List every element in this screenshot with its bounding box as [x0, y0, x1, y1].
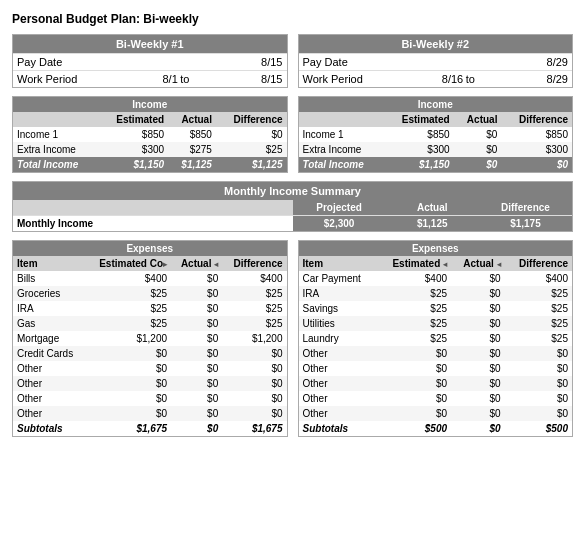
income2-row1-diff: $850 — [501, 127, 572, 142]
income-panels: Income Estimated Actual Difference Incom… — [12, 96, 573, 173]
exp1-other4-diff: $0 — [222, 406, 286, 421]
income1-total-label: Total Income — [13, 157, 99, 172]
exp1-groceries-item: Groceries — [13, 286, 85, 301]
biweekly1-workperiod-to: to — [178, 73, 192, 85]
income1-row1-diff: $0 — [216, 127, 287, 142]
exp2-other4-diff: $0 — [505, 391, 572, 406]
exp1-row-mortgage: Mortgage$1,200$0$1,200 — [13, 331, 287, 346]
exp2-laundry-est: $25 — [377, 331, 451, 346]
income2-total-row: Total Income $1,150 $0 $0 — [299, 157, 573, 172]
exp1-other3-item: Other — [13, 391, 85, 406]
income2-table-header: Income — [299, 97, 573, 112]
exp1-groceries-diff: $25 — [222, 286, 286, 301]
income1-table-header: Income — [13, 97, 287, 112]
exp2-other5-diff: $0 — [505, 406, 572, 421]
exp1-other2-actual: $0 — [171, 376, 222, 391]
monthly-projected-value: $2,300 — [293, 216, 386, 231]
monthly-income-values: $2,300 $1,125 $1,175 — [293, 216, 573, 231]
monthly-values-cell: Projected Actual Difference — [293, 200, 573, 215]
exp2-other3-actual: $0 — [451, 376, 505, 391]
expenses-panels: Expenses Item Estimated Co▸ Actual ◂ Dif… — [12, 240, 573, 437]
exp1-other2-est: $0 — [85, 376, 171, 391]
expenses1-panel: Expenses Item Estimated Co▸ Actual ◂ Dif… — [12, 240, 288, 437]
income1-col-actual: Actual — [168, 112, 216, 127]
monthly-difference-value: $1,175 — [479, 216, 572, 231]
monthly-actual-value: $1,125 — [386, 216, 479, 231]
exp1-col-actual: Actual ◂ — [171, 256, 222, 271]
exp2-other1-est: $0 — [377, 346, 451, 361]
income1-extra-est: $300 — [99, 142, 168, 157]
exp1-ira-est: $25 — [85, 301, 171, 316]
exp1-row-other3: Other$0$0$0 — [13, 391, 287, 406]
exp1-groceries-actual: $0 — [171, 286, 222, 301]
income1-total-est: $1,150 — [99, 157, 168, 172]
biweekly1-panel: Bi-Weekly #1 Pay Date 8/15 Work Period 8… — [12, 34, 288, 88]
income2-extra-diff: $300 — [501, 142, 572, 157]
exp1-subtotals-row: Subtotals $1,675 $0 $1,675 — [13, 421, 287, 436]
exp2-ira-diff: $25 — [505, 286, 572, 301]
page-title: Personal Budget Plan: Bi-weekly — [12, 12, 573, 26]
income2-col-diff: Difference — [501, 112, 572, 127]
monthly-data-row: Monthly Income $2,300 $1,125 $1,175 — [13, 215, 572, 231]
exp2-header: Expenses — [299, 241, 573, 256]
exp2-laundry-actual: $0 — [451, 331, 505, 346]
exp2-row-ira: IRA$25$0$25 — [299, 286, 573, 301]
biweekly1-header: Bi-Weekly #1 — [13, 35, 287, 53]
exp2-ira-est: $25 — [377, 286, 451, 301]
exp2-other2-item: Other — [299, 361, 378, 376]
exp2-row-other1: Other$0$0$0 — [299, 346, 573, 361]
income1-extra-label: Extra Income — [13, 142, 99, 157]
income1-row-income1: Income 1 $850 $850 $0 — [13, 127, 287, 142]
exp1-bills-est: $400 — [85, 271, 171, 286]
exp2-subtotals-label: Subtotals — [299, 421, 378, 436]
exp2-other5-actual: $0 — [451, 406, 505, 421]
exp1-bills-diff: $400 — [222, 271, 286, 286]
exp2-subtotals-actual: $0 — [451, 421, 505, 436]
exp1-subtotals-label: Subtotals — [13, 421, 85, 436]
exp2-car-est: $400 — [377, 271, 451, 286]
biweekly1-workperiod-from: 8/1 — [87, 73, 178, 85]
exp2-row-other4: Other$0$0$0 — [299, 391, 573, 406]
income1-row1-label: Income 1 — [13, 127, 99, 142]
exp1-other3-actual: $0 — [171, 391, 222, 406]
monthly-col-difference: Difference — [479, 200, 572, 215]
income1-col-diff: Difference — [216, 112, 287, 127]
exp1-col-estimated: Estimated Co▸ — [85, 256, 171, 271]
exp1-other1-est: $0 — [85, 361, 171, 376]
income1-col-item — [13, 112, 99, 127]
exp2-col-actual: Actual ◂ — [451, 256, 505, 271]
exp1-mortgage-est: $1,200 — [85, 331, 171, 346]
income2-extra-label: Extra Income — [299, 142, 385, 157]
exp1-other1-actual: $0 — [171, 361, 222, 376]
exp1-other1-item: Other — [13, 361, 85, 376]
income2-row-income1: Income 1 $850 $0 $850 — [299, 127, 573, 142]
income2-col-actual: Actual — [454, 112, 502, 127]
exp1-cc-diff: $0 — [222, 346, 286, 361]
exp1-row-other1: Other$0$0$0 — [13, 361, 287, 376]
exp2-other5-item: Other — [299, 406, 378, 421]
income2-col-item — [299, 112, 385, 127]
income1-row-extra: Extra Income $300 $275 $25 — [13, 142, 287, 157]
biweekly1-paydate-label: Pay Date — [17, 56, 87, 68]
income1-total-row: Total Income $1,150 $1,125 $1,125 — [13, 157, 287, 172]
exp2-other4-actual: $0 — [451, 391, 505, 406]
biweekly2-header: Bi-Weekly #2 — [299, 35, 573, 53]
monthly-col-actual: Actual — [386, 200, 479, 215]
monthly-income-label: Monthly Income — [13, 216, 293, 231]
exp2-other4-item: Other — [299, 391, 378, 406]
exp1-row-other2: Other$0$0$0 — [13, 376, 287, 391]
monthly-summary-header: Monthly Income Summary — [13, 182, 572, 200]
exp2-col-item: Item — [299, 256, 378, 271]
biweekly2-panel: Bi-Weekly #2 Pay Date 8/29 Work Period 8… — [298, 34, 574, 88]
monthly-values-inner: Projected Actual Difference — [293, 200, 573, 215]
biweekly2-workperiod-row: Work Period 8/16 to 8/29 — [299, 70, 573, 87]
expenses2-panel: Expenses Item Estimated ◂ Actual ◂ Diffe… — [298, 240, 574, 437]
exp2-row-other3: Other$0$0$0 — [299, 376, 573, 391]
exp1-gas-est: $25 — [85, 316, 171, 331]
exp1-bills-item: Bills — [13, 271, 85, 286]
income2-extra-actual: $0 — [454, 142, 502, 157]
exp2-savings-actual: $0 — [451, 301, 505, 316]
exp2-col-diff: Difference — [505, 256, 572, 271]
expenses1-table: Expenses Item Estimated Co▸ Actual ◂ Dif… — [13, 241, 287, 436]
expenses2-table: Expenses Item Estimated ◂ Actual ◂ Diffe… — [299, 241, 573, 436]
